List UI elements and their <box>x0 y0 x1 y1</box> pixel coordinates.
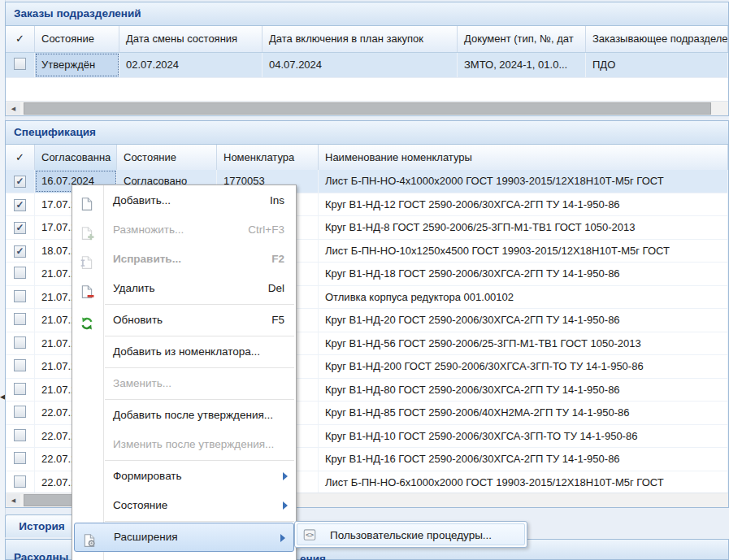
spec-row-checkbox[interactable] <box>14 290 26 302</box>
menu-item-11[interactable]: Состояние <box>72 491 296 520</box>
submenu-arrow-icon <box>283 472 288 480</box>
menu-item-2: Размножить...Ctrl+F3 <box>72 215 296 245</box>
menu-item-shortcut: F5 <box>271 306 284 335</box>
spec-row-checkbox[interactable]: ✓ <box>14 176 26 188</box>
delete-document-icon <box>80 281 94 296</box>
spec-column-name[interactable]: Наименование номенклатуры <box>319 145 728 171</box>
menu-item-4[interactable]: УдалитьDel <box>72 274 296 303</box>
menu-item-13[interactable]: Обмен <box>72 552 296 560</box>
spec-row-checkbox-cell <box>6 471 35 494</box>
refresh-icon <box>80 313 94 328</box>
menu-item-6[interactable]: Добавить из номенклатора... <box>72 337 296 367</box>
spec-row-name: Круг В1-НД-12 ГОСТ 2590-2006/30ХГСА-2ГП … <box>319 193 728 216</box>
menu-item-shortcut: Ctrl+F3 <box>248 215 284 245</box>
spec-row-checkbox-cell <box>6 332 35 355</box>
orders-column-date-change[interactable]: Дата смены состояния <box>119 26 263 52</box>
spec-row-name: Отливка корпуса редуктора 001.00102 <box>319 286 728 309</box>
spec-row-name: Круг В1-НД-16 ГОСТ 2590-2006/30ХГСА-2ГП … <box>319 448 728 471</box>
menu-item-shortcut: Del <box>268 274 284 303</box>
duplicate-document-icon <box>80 223 94 237</box>
spec-row-checkbox-cell <box>6 425 35 448</box>
spec-row-name: Круг В1-НД-20 ГОСТ 2590-2006/30ХГСА-2ГП … <box>319 309 728 332</box>
spec-row-name: Круг В1-НД-8 ГОСТ 2590-2006/25-3ГП-М1-ТВ… <box>319 216 728 239</box>
spec-row-checkbox-cell <box>6 355 35 378</box>
user-procedures-icon: <> <box>302 527 317 542</box>
orders-check-column-header[interactable]: ✓ <box>6 26 35 52</box>
spec-row-name: Лист Б-ПН-НО-4х1000х2000 ГОСТ 19903-2015… <box>319 170 728 193</box>
orders-column-department[interactable]: Заказывающее подразделе <box>586 26 728 52</box>
menu-separator <box>105 336 294 336</box>
orders-hscroll-thumb[interactable] <box>24 102 711 115</box>
orders-row-checkbox[interactable] <box>14 58 26 70</box>
spec-row-checkbox-cell <box>6 263 35 285</box>
menu-item-label: Обновить <box>113 314 163 326</box>
spec-row-checkbox-cell: ✓ <box>6 170 35 193</box>
spec-row-checkbox-cell <box>6 448 35 471</box>
spec-column-agreed[interactable]: Согласованна <box>35 145 117 171</box>
spec-row-checkbox-cell: ✓ <box>6 240 35 263</box>
menu-item-10[interactable]: Формировать <box>72 462 296 491</box>
orders-column-document[interactable]: Документ (тип, №, дат <box>458 26 586 52</box>
spec-hscroll-left-arrow-icon[interactable]: ◀ <box>7 494 20 506</box>
spec-column-state[interactable]: Состояние <box>117 145 217 171</box>
spec-check-column-header[interactable]: ✓ <box>6 145 35 171</box>
specification-panel-title: Спецификация <box>6 121 728 145</box>
menu-separator <box>105 460 294 461</box>
orders-table-row[interactable]: Утверждён 02.07.2024 04.07.2024 ЗМТО, 20… <box>6 53 728 78</box>
spec-row-checkbox[interactable] <box>14 406 26 418</box>
spec-row-name: Круг В1-НД-10 ГОСТ 2590-2006/30ХГСА-3ГП-… <box>319 425 728 448</box>
menu-item-12[interactable]: Расширения <box>74 523 294 552</box>
extensions-document-icon <box>82 531 97 545</box>
menu-item-7: Заменить... <box>72 369 296 398</box>
menu-item-1[interactable]: Добавить...Ins <box>72 186 296 215</box>
menu-item-9: Изменить после утверждения... <box>72 430 296 459</box>
orders-row-date-plan: 04.07.2024 <box>263 53 458 77</box>
orders-hscrollbar: ◀ <box>6 101 728 115</box>
spec-row-checkbox[interactable] <box>14 475 26 488</box>
svg-text:<>: <> <box>306 531 314 539</box>
spec-row-checkbox-cell: ✓ <box>6 193 35 216</box>
spec-row-checkbox-cell <box>6 379 35 402</box>
orders-column-date-plan[interactable]: Дата включения в план закупок <box>263 26 458 52</box>
orders-panel-title: Заказы подразделений <box>6 2 728 26</box>
spec-row-checkbox[interactable]: ✓ <box>14 199 26 211</box>
spec-row-checkbox[interactable]: ✓ <box>14 222 26 234</box>
spec-row-name: Круг В1-НД-80 ГОСТ 2590-2006/30ХГСА-2ГП … <box>319 379 728 402</box>
orders-hscroll-left-arrow-icon[interactable]: ◀ <box>7 102 20 115</box>
bottom-header-left-fragment: Расходны <box>14 547 68 560</box>
spec-row-checkbox[interactable] <box>14 383 26 395</box>
extensions-submenu: <> Пользовательские процедуры... <box>294 521 527 548</box>
spec-column-nomenclature[interactable]: Номенклатура <box>217 145 319 171</box>
orders-row-state: Утверждён <box>35 53 119 77</box>
spec-row-checkbox[interactable]: ✓ <box>14 245 26 258</box>
spec-row-checkbox[interactable] <box>14 336 26 349</box>
menu-separator <box>105 521 294 522</box>
menu-item-5[interactable]: ОбновитьF5 <box>72 306 296 335</box>
spec-row-name: Лист Б-ПН-НО-6х1000х2000 ГОСТ 19903-2015… <box>319 471 728 494</box>
spec-row-checkbox[interactable] <box>14 267 26 279</box>
menu-separator <box>105 304 294 305</box>
bottom-header-right-fragment: ения <box>300 549 326 560</box>
orders-row-document: ЗМТО, 2024-1, 01.0... <box>458 53 586 77</box>
spec-row-checkbox-cell: ✓ <box>6 216 35 239</box>
spec-row-name: Круг В1-НД-56 ГОСТ 2590-2006/25-3ГП-М1-Т… <box>319 332 728 355</box>
application-window: ◀ Заказы подразделений ✓ Состояние Дата … <box>0 0 729 560</box>
orders-row-department: ПДО <box>586 53 728 77</box>
menu-item-label: Добавить из номенклатора... <box>113 345 260 358</box>
spec-row-checkbox[interactable] <box>14 429 26 441</box>
spec-row-checkbox[interactable] <box>14 452 26 464</box>
menu-separator <box>105 367 294 368</box>
spec-row-name: Круг В1-НД-85 ГОСТ 2590-2006/40ХН2МА-2ГП… <box>319 402 728 424</box>
spec-row-checkbox[interactable] <box>14 359 26 371</box>
menu-item-3: Исправить...F2 <box>72 245 296 274</box>
menu-item-label: Формировать <box>113 470 182 482</box>
menu-item-shortcut: F2 <box>271 245 284 274</box>
menu-item-label: Изменить после утверждения... <box>113 438 274 450</box>
menu-item-8[interactable]: Добавить после утверждения... <box>72 401 296 430</box>
menu-item-user-procedures[interactable]: <> Пользовательские процедуры... <box>297 523 525 545</box>
spec-row-checkbox[interactable] <box>14 313 26 325</box>
tab-history[interactable]: История <box>5 514 79 537</box>
orders-row-checkbox-cell <box>6 53 35 77</box>
edit-document-icon <box>80 252 94 267</box>
orders-column-state[interactable]: Состояние <box>35 26 119 52</box>
